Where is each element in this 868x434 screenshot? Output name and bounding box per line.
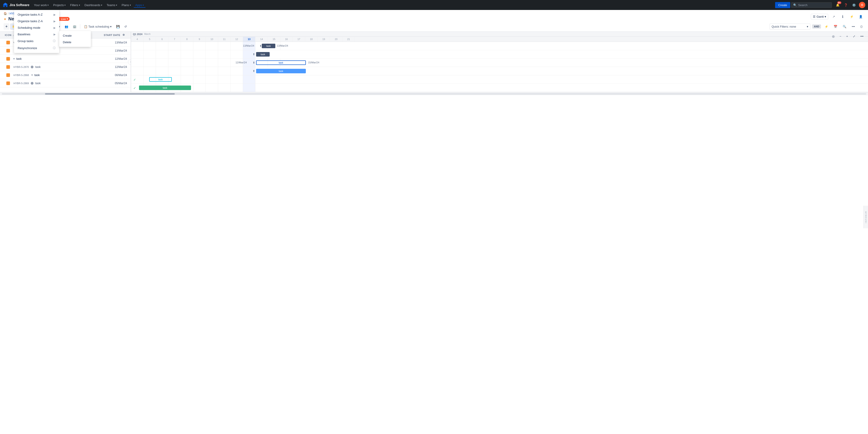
gantt-bar[interactable]: task <box>256 69 306 73</box>
table-row: HYBR-5-2870 task 12/Mar/24 <box>0 63 131 71</box>
check-icon: ✓ <box>133 78 136 82</box>
gantt-cell <box>168 67 181 75</box>
zoom-search-button[interactable]: 🔍 <box>841 24 848 29</box>
col-settings-button[interactable]: ⚙ <box>120 33 127 36</box>
gantt-view-button[interactable]: ☰ Gantt ▾ <box>811 14 828 20</box>
gantt-cell <box>230 84 243 92</box>
gantt-reset-zoom[interactable]: ◎ <box>830 33 836 39</box>
quick-filter-dropdown[interactable]: Quick Filters: none ▾ <box>770 24 810 30</box>
nav-plans[interactable]: Plans ▾ <box>120 2 133 8</box>
chevron-right-icon: ▶ <box>54 26 56 29</box>
undo-button[interactable]: ↺ <box>123 24 129 29</box>
flash-filter-button[interactable]: ⚡ <box>823 24 830 29</box>
gantt-row: ✓ task <box>131 75 868 84</box>
resynchronize-item[interactable]: Resynchronize ⓘ <box>14 45 59 52</box>
delete-baseline-item[interactable]: Delete <box>59 39 91 46</box>
gantt-bar[interactable]: task <box>256 52 270 57</box>
gantt-day: 10 <box>206 37 218 41</box>
scrollbar-track[interactable] <box>2 93 866 94</box>
sort-dropdown-menu: Organize tasks A-Z ▶ Organize tasks Z-A … <box>14 10 59 53</box>
baselines-item[interactable]: Baselines ▶ Create Delete <box>14 31 59 37</box>
organize-za-item[interactable]: Organize tasks Z-A ▶ <box>14 18 59 24</box>
gantt-cell <box>218 42 230 50</box>
gantt-bar[interactable]: task <box>149 77 172 82</box>
gantt-zoom-out[interactable]: − <box>838 33 843 39</box>
task-type-icon <box>6 73 10 77</box>
organize-az-item[interactable]: Organize tasks A-Z ▶ <box>14 11 59 18</box>
create-button[interactable]: Create <box>775 2 790 8</box>
child-task-icon <box>31 66 33 68</box>
gantt-cell-highlight <box>243 75 255 84</box>
chevron-down-icon: ▾ <box>825 15 826 18</box>
task-icon-cell <box>4 41 13 45</box>
lightning-button[interactable]: ⚡ <box>848 13 855 20</box>
nav-apps[interactable]: Apps ▾ <box>133 2 146 8</box>
nav-icons: 🔔 9+ ❓ ⚙️ O <box>835 2 865 8</box>
gantt-fit-screen[interactable]: ⤢ <box>851 33 857 39</box>
project-header-actions: ☰ Gantt ▾ ↗ ℹ ⚡ 👤 <box>811 13 864 20</box>
notification-count: 9+ <box>837 1 841 4</box>
task-type-icon <box>6 49 10 53</box>
gantt-cell <box>206 42 218 50</box>
gantt-cell <box>156 42 168 50</box>
collapse-button[interactable]: ⟨⟩ <box>859 24 864 29</box>
gantt-bar[interactable]: task <box>139 86 191 90</box>
settings-button[interactable]: ⚙️ <box>851 2 857 8</box>
chevron-down-icon: ▾ <box>110 25 112 28</box>
info-button[interactable]: ℹ <box>839 13 846 20</box>
lightning-icon: ⚡ <box>850 15 854 18</box>
user-avatar[interactable]: O <box>859 2 865 8</box>
task-scheduling-button[interactable]: 📋 Task scheduling ▾ <box>82 24 114 29</box>
gantt-cell <box>181 50 193 58</box>
gantt-day: 19 <box>318 37 330 41</box>
share-button[interactable]: ↗ <box>830 13 837 20</box>
chevron-right-icon: ▶ <box>54 33 56 36</box>
expand-icon[interactable]: ▼ <box>31 74 33 77</box>
task-key: HYBR-5-2869 <box>13 82 31 85</box>
gantt-day: 4 <box>131 37 144 41</box>
task-name: task <box>34 73 40 77</box>
scheduling-mode-item[interactable]: Scheduling mode ▶ <box>14 24 59 31</box>
help-button[interactable]: ❓ <box>843 2 849 8</box>
assignee-button[interactable]: 👥 <box>63 24 70 29</box>
create-baseline-item[interactable]: Create <box>59 32 91 39</box>
info-icon: ℹ <box>842 15 843 19</box>
save-button[interactable]: 💾 <box>114 24 122 29</box>
team-icon: 🏢 <box>73 25 76 28</box>
group-tasks-item[interactable]: Group tasks ⓘ <box>14 37 59 45</box>
app-logo[interactable]: Jira Software <box>3 2 29 8</box>
gantt-cell-highlight <box>243 84 255 92</box>
calendar-filter-button[interactable]: 📅 <box>832 24 839 29</box>
nav-projects[interactable]: Projects ▾ <box>51 2 67 8</box>
nav-teams[interactable]: Teams ▾ <box>105 2 119 8</box>
check-icon: ✓ <box>133 86 136 90</box>
task-type-icon <box>6 41 10 45</box>
gantt-more[interactable]: ••• <box>859 33 865 39</box>
team-button[interactable]: 🏢 <box>71 24 78 29</box>
add-button[interactable]: + <box>4 23 9 30</box>
nav-filters[interactable]: Filters ▾ <box>68 2 82 8</box>
upload-icon: ⬆ <box>253 53 255 56</box>
gantt-bar[interactable]: task <box>256 60 306 65</box>
gantt-cell <box>131 59 144 67</box>
task-type-icon <box>6 57 10 61</box>
gear-icon: ⚙️ <box>852 3 856 7</box>
star-icon[interactable]: ★ <box>4 17 6 21</box>
scrollbar-thumb[interactable] <box>45 93 175 94</box>
gantt-bar[interactable]: task <box>262 44 275 48</box>
gantt-day: 20 <box>330 37 342 41</box>
home-icon[interactable]: 🏠 <box>4 12 7 15</box>
search-bar[interactable]: 🔍 Search <box>791 2 832 8</box>
gantt-zoom-in[interactable]: + <box>844 33 850 39</box>
more-filters-button[interactable]: ••• <box>850 24 857 29</box>
person-button[interactable]: 👤 <box>857 13 864 20</box>
gantt-cell <box>156 67 168 75</box>
and-badge: AND <box>812 24 821 29</box>
notifications-button[interactable]: 🔔 9+ <box>835 2 841 8</box>
info-icon: ⓘ <box>53 39 56 43</box>
nav-dashboards[interactable]: Dashboards ▾ <box>83 2 104 8</box>
task-type-icon <box>6 82 10 85</box>
expand-icon[interactable]: ▼ <box>13 57 16 60</box>
nav-your-work[interactable]: Your work ▾ <box>32 2 51 8</box>
hamburger-icon: ☰ <box>813 15 815 18</box>
